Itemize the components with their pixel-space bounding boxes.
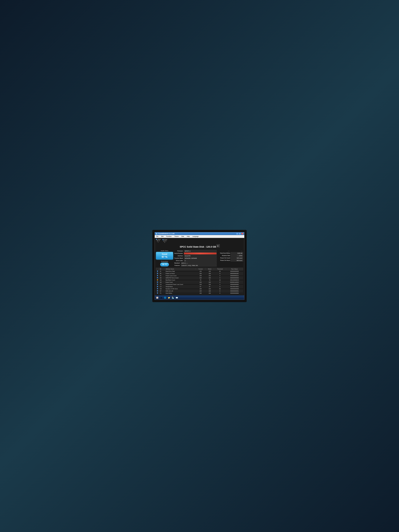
menu-disk[interactable]: Disk (181, 235, 184, 237)
right-panel: ---- ---- Total Host Writes 2180 GB Rota… (218, 250, 243, 266)
table-row: AA Bad Block Count 78 78 10 0001000000C9 (156, 279, 243, 281)
col-id: ID (159, 268, 165, 270)
features-label: Features (174, 265, 180, 266)
disk-d-badge[interactable]: Good 23 °C D: (162, 239, 167, 243)
row-id: F1 (159, 292, 165, 294)
status-dot (157, 273, 158, 274)
row-raw-values: 0000001A003C (226, 281, 243, 283)
row-raw-values: 000000000000 (226, 270, 243, 272)
serial-value (184, 253, 217, 254)
edge-icon: 🌐 (164, 297, 166, 299)
row-dot-cell (156, 272, 159, 275)
menu-bar: File Edit Function Theme Disk Help Langu… (155, 235, 244, 238)
standard-grid: Standard ACS-4 | ---- Features S.M.A.R.T… (174, 262, 217, 266)
row-worst: 100 (205, 290, 214, 292)
play-button[interactable]: ▶ (216, 244, 220, 247)
rotation-rate-label: Rotation Rate (218, 255, 230, 257)
standard-label: Standard (174, 262, 180, 264)
taskbar-edge[interactable]: 🌐 (164, 296, 167, 299)
dash1: ---- (218, 250, 230, 252)
store-icon: 🏪 (172, 297, 174, 299)
col-dot (156, 268, 159, 270)
taskbar-explorer[interactable]: 📁 (167, 296, 171, 299)
maximize-button[interactable]: □ (239, 233, 241, 234)
row-attribute-name: Erase Count (165, 281, 196, 283)
col-attribute: Attribute Name (165, 268, 196, 270)
health-status-text: Good (158, 253, 171, 255)
row-current: 100 (196, 290, 205, 292)
row-threshold: 10 (214, 279, 226, 281)
taskbar-store[interactable]: 🏪 (171, 296, 175, 299)
status-dot (157, 277, 158, 278)
close-button[interactable]: ✕ (241, 233, 243, 234)
row-worst: 100 (205, 292, 214, 294)
row-worst: 100 (205, 272, 214, 275)
status-dot (157, 292, 158, 294)
disk-c-letter: C: (158, 241, 159, 243)
row-worst: 100 (205, 277, 214, 279)
rotation-rate-value: ---- (SSD) (231, 255, 243, 257)
row-worst: 100 (205, 275, 214, 277)
drive-letter-label: Drive Letter (174, 260, 183, 262)
row-worst: 100 (205, 281, 214, 283)
row-id: E7 (159, 290, 165, 292)
menu-function[interactable]: Function (166, 235, 172, 237)
row-raw-values: 000000000884 (226, 292, 243, 294)
col-threshold: Threshold (214, 268, 226, 270)
disk-status-bar: Good 33 °C C: Good 23 °C D: (155, 238, 244, 244)
power-on-hours-value: 695 hours (231, 260, 243, 261)
row-threshold: 0 (214, 285, 226, 288)
row-attribute-name: SATA PHY Error Count (165, 277, 196, 279)
taskbar-task-view[interactable]: ⊞ (160, 296, 163, 299)
row-raw-values: 002100210021 (226, 285, 243, 288)
table-row: C0 Unexpected Power Loss Count 100 100 0… (156, 283, 243, 285)
task-view-icon: ⊞ (160, 297, 162, 299)
health-percent: 97 % (158, 255, 171, 258)
dash2: ---- (231, 250, 243, 252)
drive-letter-value: C: (184, 260, 217, 262)
table-row: E7 SSD Life Left 100 100 0 000000000061 (156, 290, 243, 292)
menu-theme[interactable]: Theme (174, 235, 179, 237)
row-raw-values: 000000000082 (226, 283, 243, 285)
table-row: DA Number of CRC Error 100 100 50 000000… (156, 288, 243, 290)
table-row: 01 Read Error Rate 100 100 50 0000000000… (156, 270, 243, 272)
row-worst: 67 (205, 285, 214, 288)
row-id: 0C (159, 275, 165, 277)
row-id: 09 (159, 272, 165, 275)
total-host-writes-label: Total Host Writes (218, 252, 230, 254)
disk-c-badge[interactable]: Good 33 °C C: (156, 239, 161, 243)
row-worst: 100 (205, 270, 214, 272)
row-attribute-name: Host Writes (165, 292, 196, 294)
mail-icon: ✉️ (176, 297, 178, 299)
row-threshold: 0 (214, 275, 226, 277)
taskbar-start[interactable]: 🪟 (156, 296, 159, 299)
row-id: AA (159, 279, 165, 281)
row-current: 100 (196, 272, 205, 275)
row-threshold: 0 (214, 290, 226, 292)
status-dot (157, 271, 158, 272)
total-host-writes-value: 2180 GB (231, 252, 243, 254)
minimize-button[interactable]: — (236, 233, 238, 234)
temperature-label: Temperature (156, 261, 173, 262)
left-panel: Health Status Good 97 % Temperature 33 °… (156, 250, 173, 266)
menu-language[interactable]: Language (192, 235, 199, 237)
row-dot-cell (156, 279, 159, 281)
taskbar-mail[interactable]: ✉️ (175, 296, 178, 299)
table-row: C2 Temperature 67 67 0 002100210021 (156, 285, 243, 288)
row-threshold: 50 (214, 270, 226, 272)
main-content: SPCC Solid State Disk : 120.0 GB ▶ Healt… (155, 244, 244, 295)
status-dot (157, 275, 158, 276)
row-attribute-name: Power Cycle Count (165, 275, 196, 277)
menu-edit[interactable]: Edit (161, 235, 164, 237)
row-attribute-name: Read Error Rate (165, 270, 196, 272)
disk-d-temp: 23 °C (163, 240, 166, 242)
row-worst: 100 (205, 283, 214, 285)
row-current: 100 (196, 270, 205, 272)
menu-help[interactable]: Help (186, 235, 190, 237)
status-dot (157, 282, 158, 283)
row-attribute-name: Unexpected Power Loss Count (165, 283, 196, 285)
window-title: CrystalDiskInfo 9.1.1 x64 (158, 233, 174, 234)
standard-row: Standard ACS-4 | ---- Features S.M.A.R.T… (174, 262, 217, 266)
menu-file[interactable]: File (156, 235, 159, 237)
interface-label: Interface (174, 255, 183, 257)
